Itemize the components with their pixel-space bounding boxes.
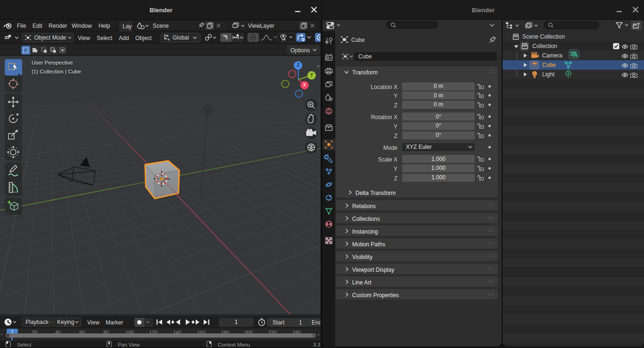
svg-text:Y: Y <box>310 73 314 78</box>
svg-text:Z: Z <box>297 63 299 68</box>
svg-text:X: X <box>303 82 306 88</box>
